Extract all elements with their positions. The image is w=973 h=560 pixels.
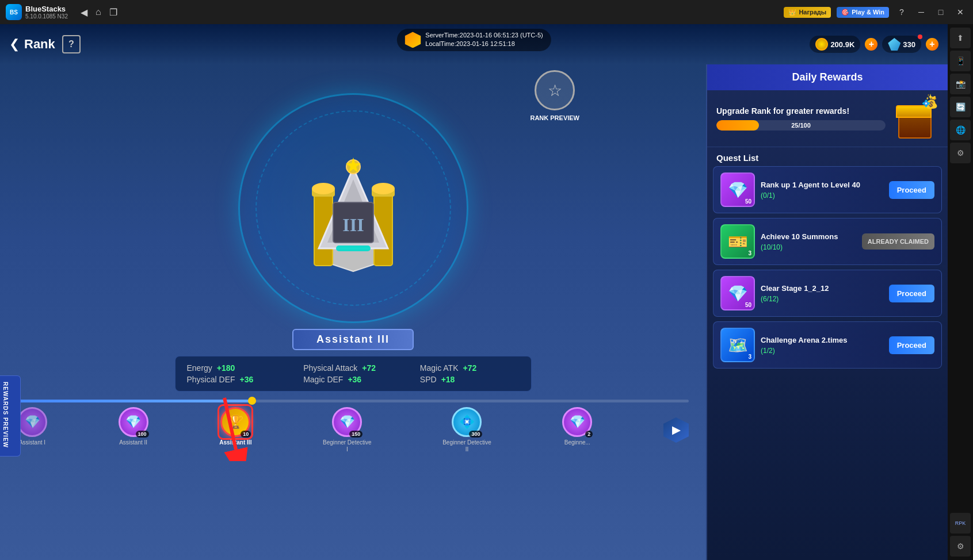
bs-btn-6[interactable]: ⚙	[950, 143, 971, 163]
game-area: ❮ Rank ? ServerTime:2023-01-16 06:51:23 …	[0, 24, 973, 560]
windows-nav-icon[interactable]: ❐	[109, 7, 117, 18]
quest-info-1: Rank up 1 Agent to Level 40 (0/1)	[761, 181, 883, 200]
rank-node-count-6: 2	[585, 431, 593, 438]
close-button[interactable]: ✕	[953, 5, 967, 19]
upgrade-promo-title: Upgrade Rank for greater rewards!	[716, 106, 886, 116]
stat-magic-atk-name: Magic ATK	[420, 363, 459, 373]
add-coins-button[interactable]: +	[865, 38, 877, 51]
local-time-value: LocalTime:2023-01-16 12:51:18	[425, 40, 543, 48]
svg-rect-9	[336, 246, 371, 251]
reward-button[interactable]: 👑 Награды	[784, 7, 831, 18]
quest-icon-1: 💎 50	[720, 172, 755, 207]
quest-progress-2: (10/10)	[761, 243, 856, 251]
rank-node-count-2: 100	[136, 431, 149, 438]
rank-preview-button[interactable]: ☆ RANK PREVIEW	[530, 70, 579, 122]
quest-icon-3: 💎 50	[720, 276, 755, 310]
bs-btn-4[interactable]: 🔄	[950, 97, 971, 117]
quest-info-3: Clear Stage 1_2_12 (6/12)	[761, 284, 883, 303]
bs-btn-settings[interactable]: ⚙	[950, 536, 971, 557]
blue-map-icon: 🗺️	[728, 336, 748, 355]
reward-label: Награды	[799, 9, 826, 16]
stats-box: Energy +180 Physical Attack +72 Magic AT…	[175, 356, 532, 392]
home-nav-icon[interactable]: ⌂	[96, 7, 101, 18]
star-icon: ☆	[548, 81, 562, 100]
rank-node-label-6: Beginne...	[564, 439, 590, 446]
stat-physical-def-val: +36	[240, 375, 254, 384]
quest-item-3: 💎 50 Clear Stage 1_2_12 (6/12) Proceed	[713, 270, 942, 317]
svg-point-12	[312, 183, 335, 194]
rank-name-label: Assistant III	[292, 329, 414, 350]
maximize-button[interactable]: □	[934, 5, 948, 19]
rank-node-assistant-2[interactable]: 💎 100 Assistant II	[119, 407, 148, 453]
bs-btn-3[interactable]: 📸	[950, 74, 971, 94]
quest-info-4: Challenge Arena 2.times (1/2)	[761, 336, 883, 355]
bs-btn-2[interactable]: 📱	[950, 51, 971, 71]
proceed-button-4[interactable]: Proceed	[889, 336, 934, 354]
rank-node-count-3: 10	[241, 431, 251, 438]
quest-count-1: 50	[745, 198, 751, 205]
rank-node-assistant-3[interactable]: 🏆 10 Assistant III	[219, 407, 251, 453]
right-panel-header: Daily Rewards	[707, 64, 948, 90]
treasure-chest-icon: 💰 💠 ✨	[892, 98, 938, 139]
next-rank-button[interactable]: ▶	[663, 407, 689, 453]
upgrade-promo: Upgrade Rank for greater rewards! 25/100…	[707, 90, 948, 147]
stat-spd-val: +18	[441, 375, 455, 384]
stat-physical-attack: Physical Attack +72	[303, 363, 403, 373]
quest-item-1: 💎 50 Rank up 1 Agent to Level 40 (0/1) P…	[713, 166, 942, 213]
quest-count-3: 50	[745, 302, 751, 308]
rank-node-label-5: Beginner DetectiveII	[442, 439, 491, 453]
already-claimed-button[interactable]: ALREADY CLAIMED	[862, 233, 934, 250]
playnwin-button[interactable]: 🎯 Play & Win	[837, 7, 889, 18]
proceed-button-1[interactable]: Proceed	[889, 181, 934, 199]
quest-progress-4: (1/2)	[761, 347, 883, 355]
rank-node-icon-2: 💎 100	[119, 407, 148, 437]
bs-sidebar: ⬆ 📱 📸 🔄 🌐 ⚙ RPK ⚙	[948, 24, 973, 560]
back-nav-icon[interactable]: ◀	[81, 7, 87, 18]
upgrade-progress-fill	[716, 120, 759, 131]
server-time-value: ServerTime:2023-01-16 06:51:23 (UTC-5)	[425, 31, 543, 40]
bs-btn-1[interactable]: ⬆	[950, 28, 971, 48]
diamond-currency[interactable]: 330	[882, 36, 921, 53]
rank-node-beginner-detective-1[interactable]: 💎 150 Beginner DetectiveI	[323, 407, 372, 453]
proceed-button-3[interactable]: Proceed	[889, 285, 934, 302]
coin-currency[interactable]: 200.9K	[810, 36, 860, 53]
bs-btn-5[interactable]: 🌐	[950, 120, 971, 140]
back-arrow-icon: ❮	[9, 37, 20, 52]
rank-node-icon-5: 💠 300	[452, 407, 482, 437]
stat-energy-name: Energy	[187, 363, 212, 373]
stat-physical-def: Physical DEF +36	[187, 375, 287, 384]
next-arrow-icon: ▶	[672, 424, 680, 436]
rank-node-beginner-detective-2[interactable]: 💠 300 Beginner DetectiveII	[442, 407, 491, 453]
upgrade-progress-label: 25/100	[791, 122, 811, 129]
gem-icon-6: 💎	[570, 415, 585, 429]
currency-area: 200.9K + 330 +	[810, 36, 938, 53]
bs-btn-rpk[interactable]: RPK	[950, 513, 971, 534]
playnwin-label: Play & Win	[852, 9, 884, 16]
add-diamonds-button[interactable]: +	[926, 38, 938, 51]
coin-icon	[815, 38, 828, 51]
minimize-button[interactable]: ─	[914, 5, 928, 19]
stat-magic-def: Magic DEF +36	[303, 375, 403, 384]
quest-count-4: 3	[748, 354, 751, 360]
titlebar-right: 👑 Награды 🎯 Play & Win ? ─ □ ✕	[784, 0, 967, 24]
quest-progress-3: (6/12)	[761, 295, 883, 303]
rank-help-button[interactable]: ?	[62, 35, 81, 53]
help-button[interactable]: ?	[895, 5, 909, 19]
rank-node-label-2: Assistant II	[119, 439, 147, 446]
purple-gem-icon-3: 💎	[728, 284, 748, 303]
rank-back-button[interactable]: ❮ Rank	[9, 37, 55, 52]
stat-spd: SPD +18	[420, 375, 520, 384]
rank-node-icon-1: 💎	[17, 407, 47, 437]
rewards-preview-tab[interactable]: REWARDS PREVIEW	[0, 375, 21, 457]
upgrade-progress-bar: 25/100	[716, 120, 886, 131]
gem-icon-2: 💎	[125, 415, 141, 429]
rank-node-assistant-1[interactable]: 💎 Assistant I	[17, 407, 47, 453]
rank-node-beginne[interactable]: 💎 2 Beginne...	[562, 407, 592, 453]
top-bar: ❮ Rank ? ServerTime:2023-01-16 06:51:23 …	[0, 24, 948, 64]
quest-info-2: Achieve 10 Summons (10/10)	[761, 232, 856, 251]
quest-list-header: Quest List	[707, 147, 948, 166]
notification-dot	[918, 34, 922, 39]
server-time-box: ServerTime:2023-01-16 06:51:23 (UTC-5) L…	[396, 29, 551, 51]
rank-emblem-container: III	[221, 76, 486, 340]
rewards-preview-label: REWARDS PREVIEW	[2, 382, 9, 448]
